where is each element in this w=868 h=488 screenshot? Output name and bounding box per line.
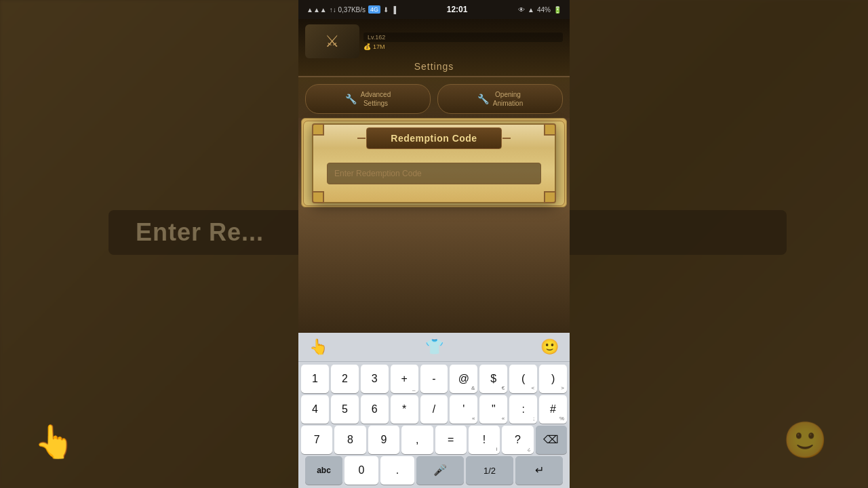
keyboard-row-4: abc 0 . 🎤 1/2 ↵: [301, 456, 567, 485]
key-1[interactable]: 1: [301, 365, 329, 393]
key-colon[interactable]: :;: [509, 395, 537, 424]
key-open-paren[interactable]: (<: [509, 365, 537, 393]
animation-icon: 🔧: [477, 94, 489, 104]
eye-icon: 👁: [518, 6, 525, 14]
bg-smiley-icon: 🙂: [783, 420, 827, 461]
bg-enter-text: Enter Re...: [136, 218, 264, 246]
coin-icon: 💰: [363, 43, 371, 50]
keyboard-finger-icon[interactable]: 👆: [309, 338, 328, 356]
key-half[interactable]: 1/2: [466, 456, 513, 485]
keyboard-row-3: 7 8 9 , = !i ?¿ ⌫: [301, 426, 567, 454]
key-3[interactable]: 3: [361, 365, 389, 393]
phone-frame: ▲▲▲ ↑↓ 0,37KB/s 4G ⬇ ▐ 12:01 👁 ▲ 44% 🔋 L…: [298, 0, 570, 488]
character-icons: [305, 24, 359, 58]
wrench-icon: 🔧: [345, 94, 357, 104]
key-abc[interactable]: abc: [305, 456, 342, 485]
keyboard-toolbar: 👆 👕 🙂: [298, 333, 570, 362]
dialog-area: Redemption Code: [298, 118, 570, 209]
key-asterisk[interactable]: *: [391, 395, 418, 424]
key-0[interactable]: 0: [344, 456, 378, 485]
key-quote[interactable]: "«: [479, 395, 507, 424]
dialog-input-area: [321, 159, 547, 188]
key-plus[interactable]: +_: [391, 365, 418, 393]
corner-tr: [544, 123, 556, 136]
banner-info: Lv.162 💰 17M: [363, 33, 563, 50]
game-area: Lv.162 💰 17M Settings 🔧 AdvancedSettings…: [298, 19, 570, 333]
redemption-dialog: Redemption Code: [312, 123, 556, 203]
key-6[interactable]: 6: [361, 395, 389, 424]
key-8[interactable]: 8: [334, 426, 366, 454]
data-speed: ↑↓ 0,37KB/s: [330, 6, 366, 14]
battery-icon: 🔋: [553, 6, 561, 14]
keyboard-rows: 1 2 3 +_ - @& $€ (< )> 4 5 6 * / '« "« :…: [298, 362, 570, 488]
dialog-wrapper: Redemption Code: [305, 123, 563, 203]
key-slash[interactable]: /: [420, 395, 448, 424]
keyboard-row-1: 1 2 3 +_ - @& $€ (< )>: [301, 365, 567, 393]
key-7[interactable]: 7: [301, 426, 332, 454]
key-dollar[interactable]: $€: [479, 365, 507, 393]
battery-percent: 44%: [537, 6, 551, 14]
corner-bl: [312, 191, 324, 203]
corner-br: [544, 191, 556, 203]
key-equals[interactable]: =: [435, 426, 467, 454]
key-5[interactable]: 5: [331, 395, 359, 424]
settings-buttons-row: 🔧 AdvancedSettings 🔧 OpeningAnimation: [298, 77, 570, 118]
corner-tl: [312, 123, 324, 136]
redemption-code-input[interactable]: [327, 163, 541, 184]
bg-finger-icon: 👆: [34, 423, 75, 461]
player-level: Lv.162: [363, 33, 563, 42]
key-hash[interactable]: #%: [539, 395, 567, 424]
key-2[interactable]: 2: [331, 365, 359, 393]
banner-top-row: Lv.162 💰 17M: [305, 24, 563, 58]
settings-label: Settings: [414, 61, 454, 72]
key-exclaim[interactable]: !i: [469, 426, 500, 454]
advanced-settings-label: AdvancedSettings: [361, 90, 391, 108]
settings-label-area: Settings: [305, 61, 563, 72]
opening-animation-button[interactable]: 🔧 OpeningAnimation: [437, 84, 563, 114]
dialog-title: Redemption Code: [391, 133, 477, 144]
status-right: 👁 ▲ 44% 🔋: [518, 6, 561, 14]
network-type: 4G: [368, 5, 380, 14]
key-4[interactable]: 4: [301, 395, 329, 424]
battery-indicator: ▐: [391, 6, 396, 14]
key-apostrophe[interactable]: '«: [450, 395, 477, 424]
download-icon: ⬇: [383, 6, 389, 14]
status-time: 12:01: [447, 5, 468, 14]
key-enter[interactable]: ↵: [515, 456, 563, 485]
paper-stack: Redemption Code: [305, 123, 563, 203]
key-backspace[interactable]: ⌫: [536, 426, 567, 454]
status-left: ▲▲▲ ↑↓ 0,37KB/s 4G ⬇ ▐: [307, 5, 396, 14]
keyboard-row-2: 4 5 6 * / '« "« :; #%: [301, 395, 567, 424]
key-minus[interactable]: -: [420, 365, 448, 393]
key-at[interactable]: @&: [450, 365, 477, 393]
keyboard-shirt-icon[interactable]: 👕: [425, 338, 443, 356]
key-question[interactable]: ?¿: [502, 426, 533, 454]
opening-animation-label: OpeningAnimation: [493, 90, 523, 108]
advanced-settings-button[interactable]: 🔧 AdvancedSettings: [305, 84, 431, 114]
key-mic[interactable]: 🎤: [416, 456, 464, 485]
keyboard-container: 👆 👕 🙂 1 2 3 +_ - @& $€ (< )> 4 5 6: [298, 333, 570, 488]
signal-bars: ▲▲▲: [307, 6, 327, 14]
key-9[interactable]: 9: [368, 426, 399, 454]
key-close-paren[interactable]: )>: [539, 365, 567, 393]
wifi-icon: ▲: [528, 6, 534, 14]
keyboard-emoji-icon[interactable]: 🙂: [540, 338, 559, 356]
game-banner: Lv.162 💰 17M Settings: [298, 19, 570, 77]
dialog-title-banner: Redemption Code: [366, 127, 502, 149]
status-bar: ▲▲▲ ↑↓ 0,37KB/s 4G ⬇ ▐ 12:01 👁 ▲ 44% 🔋: [298, 0, 570, 19]
player-coins: 💰 17M: [363, 43, 563, 50]
key-period[interactable]: .: [380, 456, 414, 485]
key-comma[interactable]: ,: [401, 426, 433, 454]
